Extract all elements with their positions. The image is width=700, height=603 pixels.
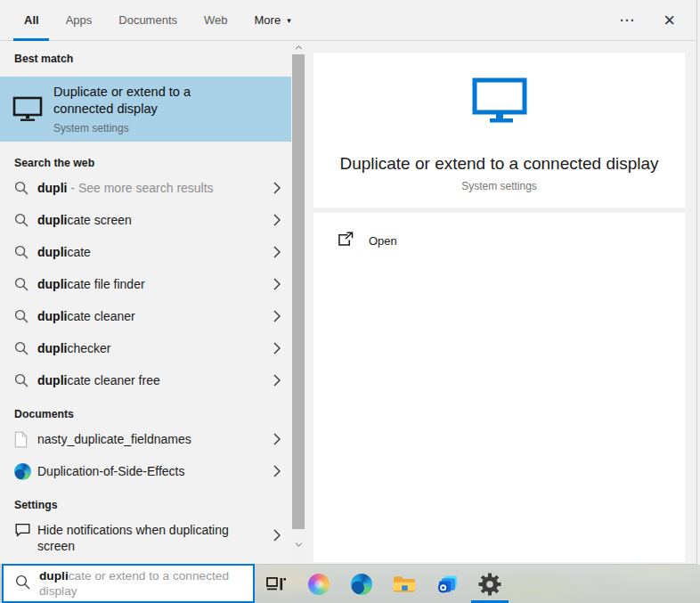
scrollbar-thumb[interactable] bbox=[292, 54, 305, 529]
section-header-settings: Settings bbox=[0, 496, 291, 514]
close-icon[interactable]: × bbox=[660, 9, 679, 32]
preview-actions-card: Open bbox=[313, 213, 685, 562]
preview-subtitle: System settings bbox=[461, 180, 537, 192]
chevron-right-icon[interactable] bbox=[273, 278, 282, 290]
search-icon bbox=[14, 373, 36, 387]
file-explorer-icon[interactable] bbox=[392, 565, 417, 603]
search-icon bbox=[15, 574, 30, 593]
chevron-right-icon[interactable] bbox=[273, 374, 282, 387]
preview-hero-card: Duplicate or extend to a connected displ… bbox=[313, 53, 685, 208]
tab-all[interactable]: All bbox=[22, 0, 41, 41]
document-icon bbox=[14, 431, 36, 448]
settings-result-row[interactable]: Hide notifications when duplicating scre… bbox=[0, 514, 291, 564]
section-header-documents: Documents bbox=[0, 405, 291, 423]
best-match-result[interactable]: Duplicate or extend to a connected displ… bbox=[0, 77, 291, 142]
edge-icon[interactable] bbox=[349, 565, 374, 603]
open-external-icon bbox=[338, 232, 354, 250]
chevron-right-icon[interactable] bbox=[273, 310, 282, 322]
windows-search-screen: All Apps Documents Web More ▾ ⋯ × Best m… bbox=[0, 0, 700, 603]
web-suggestion-row[interactable]: duplichecker bbox=[0, 332, 291, 364]
document-result-row[interactable]: nasty_duplicate_fieldnames bbox=[0, 423, 291, 455]
chevron-right-icon[interactable] bbox=[273, 246, 282, 258]
scroll-down-icon[interactable] bbox=[291, 538, 305, 551]
scroll-up-icon[interactable] bbox=[291, 41, 305, 54]
chevron-down-icon: ▾ bbox=[287, 16, 291, 25]
search-icon bbox=[14, 245, 36, 259]
flyout-body: Best match Duplicate or extend to a conn… bbox=[0, 41, 696, 564]
tab-web[interactable]: Web bbox=[202, 0, 230, 41]
document-result-row[interactable]: Duplication-of-Side-Effects bbox=[0, 455, 291, 487]
section-header-best-match: Best match bbox=[0, 50, 291, 68]
chevron-right-icon[interactable] bbox=[273, 182, 282, 194]
tab-documents[interactable]: Documents bbox=[117, 0, 179, 41]
monitor-icon-large bbox=[472, 77, 527, 127]
web-suggestion-row[interactable]: duplicate screen bbox=[0, 204, 291, 236]
search-icon bbox=[14, 277, 36, 291]
tabbar-actions: ⋯ × bbox=[615, 9, 679, 32]
preview-pane: Duplicate or extend to a connected displ… bbox=[305, 41, 696, 564]
chevron-right-icon[interactable] bbox=[273, 529, 282, 542]
notification-icon bbox=[14, 522, 36, 538]
search-icon bbox=[14, 341, 36, 355]
search-flyout: All Apps Documents Web More ▾ ⋯ × Best m… bbox=[0, 0, 697, 565]
web-suggestion-row[interactable]: duplicate bbox=[0, 236, 291, 268]
open-label: Open bbox=[369, 234, 397, 248]
chevron-right-icon[interactable] bbox=[273, 214, 282, 226]
web-suggestion-row[interactable]: duplicate file finder bbox=[0, 268, 291, 300]
chevron-right-icon[interactable] bbox=[273, 433, 282, 445]
settings-gear-icon[interactable] bbox=[477, 565, 502, 603]
tab-apps[interactable]: Apps bbox=[64, 0, 94, 41]
copilot-icon[interactable] bbox=[306, 565, 331, 603]
web-suggestion-row[interactable]: duplicate cleaner bbox=[0, 300, 291, 332]
search-icon bbox=[14, 309, 36, 323]
section-header-search-the-web: Search the web bbox=[0, 154, 291, 172]
search-filter-tabbar: All Apps Documents Web More ▾ ⋯ × bbox=[0, 0, 696, 41]
chevron-right-icon[interactable] bbox=[273, 342, 282, 354]
web-suggestion-row[interactable]: duplicate cleaner free bbox=[0, 364, 291, 396]
chevron-right-icon[interactable] bbox=[273, 465, 282, 477]
open-action[interactable]: Open bbox=[313, 213, 685, 250]
more-options-icon[interactable]: ⋯ bbox=[615, 11, 639, 29]
search-icon bbox=[14, 213, 36, 227]
results-scrollbar[interactable] bbox=[291, 41, 305, 564]
web-suggestion-row[interactable]: dupli - See more search results bbox=[0, 172, 291, 204]
best-match-subtitle: System settings bbox=[53, 122, 227, 134]
monitor-icon bbox=[12, 96, 43, 122]
search-input-text: duplicate or extend to a connected displ… bbox=[39, 568, 248, 599]
edge-icon bbox=[14, 463, 36, 480]
search-icon bbox=[14, 181, 36, 195]
best-match-title: Duplicate or extend to a connected displ… bbox=[53, 84, 227, 118]
taskbar-icons bbox=[264, 565, 502, 603]
tab-more[interactable]: More ▾ bbox=[253, 0, 293, 41]
outlook-icon[interactable] bbox=[435, 565, 460, 603]
results-list: Best match Duplicate or extend to a conn… bbox=[0, 41, 291, 564]
search-input[interactable]: duplicate or extend to a connected displ… bbox=[2, 564, 255, 603]
task-view-icon[interactable] bbox=[264, 565, 289, 603]
preview-title: Duplicate or extend to a connected displ… bbox=[339, 154, 658, 174]
